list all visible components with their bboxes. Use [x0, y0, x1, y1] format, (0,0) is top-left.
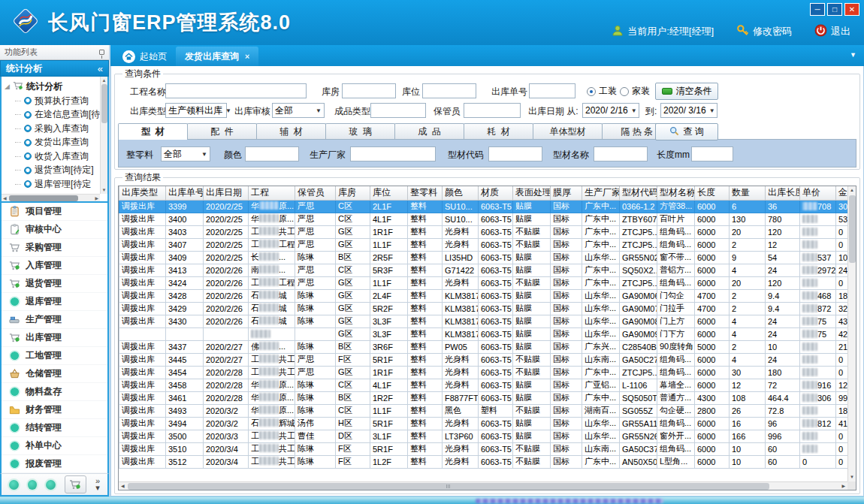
table-row[interactable]: 调拨出库34942020/3/2石辉城汤伟H区5R1F整料光身料6063-T5贴…	[119, 417, 848, 430]
sidebar-item-项目管理[interactable]: 项目管理	[2, 203, 107, 221]
column-header[interactable]: 出库单号	[166, 186, 204, 200]
whole-part-select[interactable]: 全部▼	[161, 146, 210, 161]
tree-item[interactable]: 在途信息查询[待	[5, 108, 106, 122]
length-input[interactable]	[691, 146, 733, 161]
table-row[interactable]: 调拨出库34242020/2/26工工程严思G区1L1F整料光身料6063-T5…	[119, 276, 848, 289]
table-row[interactable]: 调拨出库34372020/2/27佛...陈琳B区3R6F整料PW056063-…	[119, 340, 848, 353]
radio-workwear[interactable]: 工装	[587, 85, 617, 98]
group-shortcut-icon[interactable]	[28, 480, 38, 490]
table-row[interactable]: 调拨出库34612020/2/28华原...陈琳B区1R2F整料F8877FT6…	[119, 391, 848, 404]
overflow-chevron[interactable]: »▾	[95, 478, 100, 491]
scroll-right-icon[interactable]: ▶	[841, 482, 845, 490]
cart-shortcut-button[interactable]	[65, 475, 86, 493]
column-header[interactable]: 膜厚	[551, 186, 582, 200]
sidebar-item-退库管理[interactable]: 退库管理	[2, 293, 107, 311]
audit-select[interactable]: 全部▼	[272, 103, 325, 118]
tree-v-scrollbar[interactable]: ▲ ▼	[100, 77, 107, 194]
group-shortcut-icon[interactable]	[46, 480, 56, 490]
sidebar-item-物料盘存[interactable]: 物料盘存	[2, 383, 107, 401]
table-row[interactable]: 调拨出库34002020/2/25华原...严思C区4L1F整料SU10...6…	[119, 213, 848, 225]
sidebar-item-补单中心[interactable]: 补单中心	[2, 437, 107, 455]
sidebar-item-结转管理[interactable]: 结转管理	[2, 419, 107, 437]
column-header[interactable]: 生产厂家	[582, 186, 620, 200]
scroll-up-icon[interactable]: ▲	[848, 186, 856, 195]
column-header[interactable]: 出库日期	[204, 186, 249, 200]
sidebar-item-生产管理[interactable]: 生产管理	[2, 311, 107, 329]
column-header[interactable]: 整零料	[408, 186, 443, 200]
material-tab-成品[interactable]: 成 品	[394, 123, 464, 139]
warehouse-input[interactable]	[342, 83, 396, 98]
table-row[interactable]: 调拨出库34292020/2/26石城陈琳G区5R2F整料KLM38176063…	[119, 302, 848, 315]
minimize-button[interactable]: ─	[810, 3, 825, 16]
material-tab-型材[interactable]: 型 材	[118, 123, 188, 140]
table-row[interactable]: 调拨出库34132020/2/26南...严思C区5R3F整料G71422606…	[119, 264, 848, 276]
column-header[interactable]: 工程	[249, 186, 295, 200]
color-input[interactable]	[245, 146, 299, 161]
sidebar-item-入库管理[interactable]: 入库管理	[2, 257, 107, 275]
column-header[interactable]: 出库长度	[766, 186, 800, 200]
change-password-link[interactable]: 修改密码	[736, 24, 792, 39]
table-row[interactable]: 调拨出库34452020/2/27工共工程严思F区5R1F整料光身料6063-T…	[119, 353, 848, 366]
material-tab-配件[interactable]: 配 件	[187, 123, 257, 139]
material-tab-单体型材[interactable]: 单体型材	[533, 123, 603, 139]
column-header[interactable]: 金	[836, 186, 848, 200]
scroll-down-icon[interactable]: ▼	[848, 473, 856, 481]
sidebar-item-退货管理[interactable]: 退货管理	[2, 275, 107, 293]
table-row[interactable]: 调拨出库34092020/2/25长...陈琳B区2R5F整料LI35HD606…	[119, 251, 848, 264]
scroll-thumb[interactable]	[101, 84, 107, 123]
sidebar-item-财务管理[interactable]: 财务管理	[2, 401, 107, 419]
out-type-select[interactable]: 生产领料出库▼	[165, 103, 227, 118]
scroll-up-icon[interactable]: ▲	[101, 77, 107, 84]
column-header[interactable]: 数量	[730, 186, 766, 200]
tree-root-stats[interactable]: ◢ 统计分析	[5, 79, 106, 94]
tree-item[interactable]: 发货出库查询	[5, 136, 106, 150]
material-tab-辅材[interactable]: 辅 材	[256, 123, 326, 139]
material-tab-耗材[interactable]: 耗 材	[464, 123, 533, 139]
column-header[interactable]: 单价	[800, 186, 836, 200]
column-header[interactable]: 库位	[370, 186, 408, 200]
tree-item[interactable]: 退库管理[待定	[5, 177, 106, 192]
group-shortcut-icon[interactable]	[9, 480, 19, 490]
tree-h-scrollbar[interactable]: ◀ ▶	[2, 194, 100, 201]
tab-home[interactable]: 起始页	[113, 47, 176, 66]
location-input[interactable]	[422, 83, 476, 98]
stats-group-header[interactable]: 统计分析 «	[0, 60, 109, 77]
sidebar-item-采购管理[interactable]: 采购管理	[2, 239, 107, 257]
material-tab-玻璃[interactable]: 玻 璃	[325, 123, 395, 139]
table-row[interactable]: 调拨出库35002020/3/3工共工程曹佳D区3L1F整料LT3P606063…	[119, 430, 848, 442]
table-row[interactable]: 调拨出库34582020/2/28华原...陈琳C区4L1F整料光身料6063-…	[119, 379, 848, 391]
column-header[interactable]: 库房	[336, 186, 370, 200]
pin-icon[interactable]	[99, 50, 104, 55]
close-button[interactable]: ✕	[844, 3, 859, 16]
tree-item[interactable]: 退货查询[待定]	[5, 164, 106, 178]
column-header[interactable]: 型材代码	[620, 186, 657, 200]
table-row[interactable]: 调拨出库34032020/2/25工共工程严思G区1R1F整料光身料6063-T…	[119, 225, 848, 238]
scroll-thumb[interactable]	[849, 195, 856, 263]
column-header[interactable]: 颜色	[443, 186, 479, 200]
table-row[interactable]: 调拨出库34542020/2/28工共工程严思G区1R1F整料光身料6063-T…	[119, 366, 848, 379]
scroll-thumb[interactable]	[128, 483, 769, 490]
column-header[interactable]: 型材名称	[657, 186, 695, 200]
sidebar-item-出库管理[interactable]: 出库管理	[2, 329, 107, 347]
scroll-left-icon[interactable]: ◀	[3, 195, 7, 202]
tab-close-icon[interactable]: ×	[245, 52, 249, 61]
column-header[interactable]: 出库类型	[119, 186, 166, 200]
table-row[interactable]: 调拨出库33992020/2/25华原...严思C区2L1F整料SU10...6…	[119, 200, 848, 213]
collapse-icon[interactable]: «	[98, 63, 103, 74]
grid-h-scrollbar[interactable]: ◀ ▶	[119, 481, 847, 490]
product-type-input[interactable]	[370, 103, 426, 118]
maximize-button[interactable]: □	[827, 3, 842, 16]
radio-home[interactable]: 家装	[620, 85, 650, 98]
table-row[interactable]: 调拨出库35102020/3/4工共工程陈琳F区5R1F整料光身料6063-T5…	[119, 442, 848, 455]
manufacturer-input[interactable]	[350, 146, 436, 161]
table-row[interactable]: G区3L3F整料KLM38176063-T5贴膜国标山东华...GA90M09.…	[119, 327, 848, 340]
scroll-thumb[interactable]	[9, 195, 78, 201]
table-row[interactable]: 调拨出库34282020/2/26石城陈琳G区2L4F整料KLM38176063…	[119, 289, 848, 302]
table-row[interactable]: 调拨出库35122020/3/4工共工程陈琳F区1L2F整料光身料6063-T5…	[119, 455, 848, 468]
table-row[interactable]: 调拨出库34072020/2/25工工程严思G区1L1F整料光身料6063-T5…	[119, 238, 848, 251]
profile-name-input[interactable]	[594, 146, 648, 161]
clear-conditions-button[interactable]: 清空条件	[655, 83, 718, 100]
tree-item[interactable]: 采购入库查询	[5, 122, 106, 136]
table-row[interactable]: 调拨出库34932020/3/2华原...陈琳C区1L1F整料黑色塑料不贴膜国标…	[119, 404, 848, 417]
table-row[interactable]: 调拨出库34302020/2/26石城陈琳G区3L3F整料KLM38176063…	[119, 315, 848, 327]
